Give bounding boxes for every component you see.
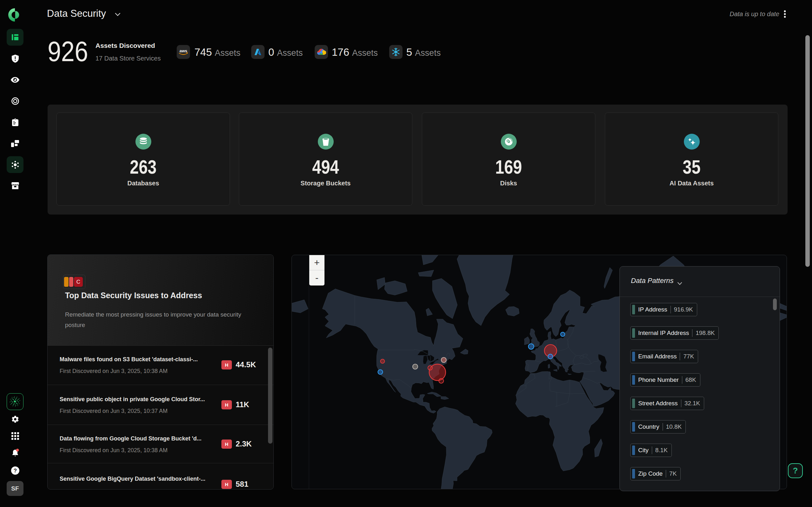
svg-text:?: ? — [13, 468, 16, 474]
svg-text:aws: aws — [180, 49, 188, 53]
